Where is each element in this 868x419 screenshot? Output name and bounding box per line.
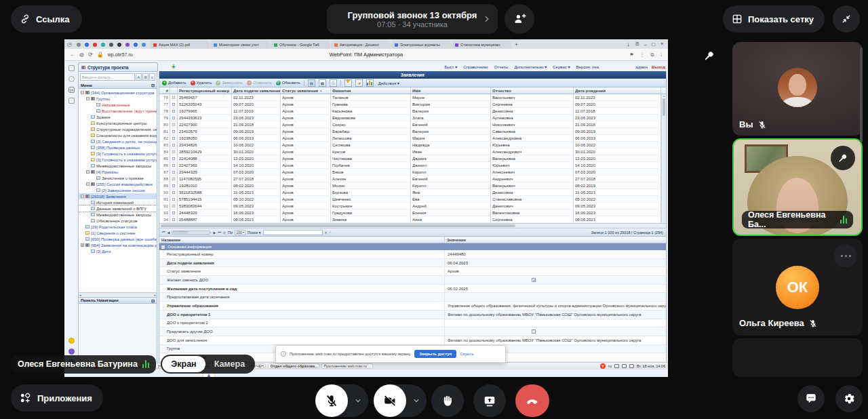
details-value-column[interactable]: Значение — [445, 237, 666, 243]
tree-toggle-icon[interactable]: + — [81, 243, 84, 247]
menu-item[interactable]: Справочники — [463, 65, 488, 69]
export-button[interactable]: ➔ — [355, 79, 363, 87]
column-header[interactable]: Фамилия — [331, 87, 411, 94]
tree-item[interactable]: [690] Проверка данных (все ошибки) — [79, 236, 157, 242]
table-row[interactable]: 762546965702.11.2023АрхивТалановМиронВас… — [159, 94, 661, 101]
table-row[interactable]: 891928101008.02.2020АрхивМосинКириллВале… — [159, 182, 661, 189]
row-select[interactable] — [170, 210, 178, 216]
record-icon[interactable] — [68, 76, 75, 82]
collapse-panel-icon[interactable]: ⊡ — [151, 83, 155, 87]
downloads-icon[interactable]: ↓ — [660, 52, 663, 58]
tree-item[interactable]: Консультационные центры — [79, 120, 157, 126]
add-tab-button[interactable]: + — [172, 63, 176, 71]
ref-button[interactable]: ⟳Обновить — [276, 81, 300, 85]
row-select[interactable] — [170, 135, 178, 141]
prev-page-icon[interactable]: ◀ — [167, 231, 170, 235]
chart-button[interactable] — [366, 79, 374, 87]
first-page-icon[interactable]: ⏮ — [162, 230, 165, 235]
tree-toggle-icon[interactable]: − — [86, 97, 90, 100]
tree-toggle-icon[interactable]: − — [86, 170, 90, 174]
view-card-button[interactable]: ▦ — [319, 79, 326, 87]
browser-tab[interactable]: Мониторинг связи учит — [210, 41, 270, 49]
tree-item[interactable]: История изменений — [79, 199, 157, 205]
collapse-window-button[interactable] — [833, 5, 860, 33]
participant-tile[interactable]: ОК Ольга Киреева — [732, 239, 863, 336]
url-text[interactable]: wp.obr57.ru — [108, 52, 133, 57]
table-row[interactable]: 88114708059527.07.2018АрхивАлехинЕвгений… — [159, 176, 661, 182]
column-header[interactable] — [170, 87, 178, 94]
smiley-icon[interactable] — [68, 338, 75, 344]
menu-item[interactable]: Сервис ▾ — [553, 64, 570, 69]
chevron-down-icon[interactable] — [354, 397, 362, 405]
table-row[interactable]: 90352183258831.05.2023АрхивБорзоваЯнаДен… — [159, 189, 661, 196]
counter-badge[interactable]: 14 — [68, 87, 75, 93]
tree-item[interactable]: Межведомственные запросы — [79, 163, 157, 169]
tree-item[interactable]: Специалисты для оказания коррекц — [79, 132, 157, 138]
camera-icon[interactable] — [68, 98, 75, 104]
minimize-icon[interactable]: – — [644, 42, 647, 47]
column-header[interactable]: Дата подачи заявления — [232, 87, 281, 94]
end-call-button[interactable] — [515, 384, 549, 417]
apps-button[interactable]: Приложения — [11, 384, 103, 412]
tree-item[interactable]: Восстановление (ждут приема о зач — [79, 108, 157, 114]
chat-button[interactable] — [797, 385, 825, 412]
row-select[interactable] — [170, 196, 178, 202]
pinned-tabs[interactable] — [74, 43, 150, 49]
row-select[interactable] — [170, 94, 178, 100]
display-icon[interactable] — [614, 364, 619, 368]
filter-case-button[interactable]: А — [136, 73, 142, 81]
browser-tab[interactable]: Авторизация - Дошкол — [331, 41, 391, 49]
target-icon[interactable] — [68, 348, 75, 355]
detail-row[interactable]: Предлагать другие ДОО — [159, 327, 666, 336]
tree-item[interactable]: [3] Дети — [79, 248, 157, 254]
page-slider[interactable] — [172, 231, 211, 235]
row-select[interactable] — [170, 189, 178, 195]
tree-hscrollbar[interactable]: ◂▸ — [79, 292, 157, 297]
row-select[interactable] — [170, 182, 178, 188]
filter-button[interactable] — [344, 79, 352, 87]
panel-icon[interactable] — [68, 65, 75, 71]
detail-row[interactable]: Регистрационный номер24449480 — [159, 250, 666, 259]
add-button[interactable]: +Добавить — [162, 81, 186, 85]
detail-row[interactable]: Желаемая дата поступления в сад06.02.202… — [159, 285, 666, 294]
filter-expand-button[interactable]: ⊞ — [142, 73, 149, 81]
table-vscrollbar[interactable]: ▴ — [661, 94, 666, 223]
tree-item[interactable]: Структурные подразделения, оказыв — [79, 126, 157, 132]
search-input[interactable] — [263, 230, 323, 235]
detail-row[interactable]: Дата подачи заявления06.04.2023 — [159, 259, 666, 268]
hide-notification-link[interactable]: Скрыть — [460, 352, 473, 356]
camera-button[interactable] — [374, 384, 427, 417]
row-select[interactable] — [170, 155, 178, 161]
per-page-select[interactable]: 100▾ — [235, 230, 245, 235]
pin-button[interactable] — [831, 146, 855, 170]
table-row[interactable]: 84285921042930.01.2020АрхивКретовИванАле… — [159, 148, 661, 155]
tree-item[interactable]: Данные заявлений с ВПГУ — [79, 205, 157, 212]
settings-button[interactable] — [835, 385, 863, 412]
tree-item[interactable]: [1] Сведения о системе — [79, 230, 157, 236]
row-select[interactable] — [170, 115, 178, 121]
table-row[interactable]: 862242736914.10.2020АрхивГорбачевДаниилЮ… — [159, 162, 661, 169]
raise-hand-button[interactable] — [431, 384, 464, 417]
menu-item[interactable]: Дополнительно ▾ — [514, 64, 547, 69]
details-name-column[interactable]: Название — [159, 237, 445, 243]
tree-item[interactable]: −[4] Приказы — [79, 169, 157, 175]
tree-item[interactable]: +[954] Заявления на компенсацию род — [79, 242, 157, 248]
keyboard-layout[interactable]: ru — [608, 364, 612, 368]
column-header[interactable]: Регистрационный номер — [178, 87, 232, 94]
tree-item[interactable]: −[255] Сессии взаимодействия — [79, 181, 157, 187]
tree-toggle-icon[interactable]: − — [81, 195, 84, 198]
detail-row[interactable]: Предполагаемая дата окончания — [159, 293, 666, 302]
user-name[interactable]: админ — [635, 65, 648, 69]
reload-icon[interactable]: ⟳ — [88, 52, 93, 58]
table-row[interactable]: 872344432907.03.2020АрхивБяковКириллАлек… — [159, 169, 661, 176]
detail-row[interactable]: ДОО с приоритетом 2 — [159, 319, 666, 328]
tree-item[interactable]: [3] Сведения о детях, не посещающ — [79, 138, 157, 144]
details-group-row[interactable]: − Основная информация — [159, 243, 666, 250]
actions-menu-button[interactable]: Действия ▾ — [378, 81, 399, 85]
table-row[interactable]: 91578519441505.10.2022АрхивШевченкоЕваСт… — [159, 196, 661, 203]
tree-item[interactable]: −Группы — [79, 96, 157, 102]
checkbox-icon[interactable] — [532, 330, 536, 334]
detail-row[interactable]: ДОО с приоритетом 1Филиал по дошкольному… — [159, 311, 666, 319]
menu-icon[interactable]: ☰ — [635, 41, 639, 47]
taskbar-clock[interactable]: Вт, 18 ноя, 14:06 — [637, 364, 665, 368]
